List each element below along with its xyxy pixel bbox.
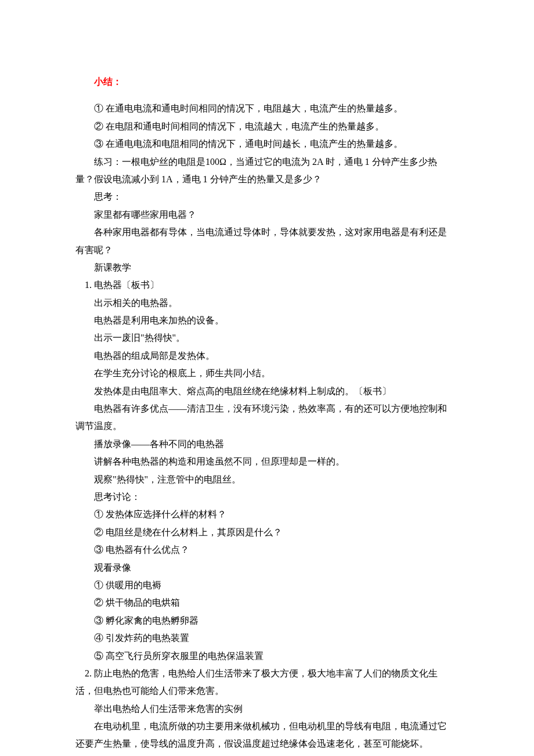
exercise-line-2: 量？假设电流减小到 1A，通电 1 分钟产生的热量又是多少？	[75, 171, 459, 188]
think-q2a: 各种家用电器都有导体，当电流通过导体时，导体就要发热，这对家用电器是有利还是	[75, 224, 459, 241]
prevent-line-1: 举出电热给人们生活带来危害的实例	[75, 700, 459, 718]
watch-item-4: ④ 引发炸药的电热装置	[75, 629, 459, 647]
heater-line-4: 电热器的组成局部是发热体。	[75, 347, 459, 365]
heater-line-3: 出示一废旧"热得快"。	[75, 329, 459, 347]
heater-adv-2: 调节温度。	[75, 417, 459, 435]
heater-line-6: 发热体是由电阻率大、熔点高的电阻丝绕在绝缘材料上制成的。〔板书〕	[75, 383, 459, 400]
discuss-item-3: ③ 电热器有什么优点？	[75, 541, 459, 559]
watch-item-3: ③ 孵化家禽的电热孵卵器	[75, 612, 459, 629]
think-label: 思考：	[75, 188, 459, 206]
think-q2b: 有害呢？	[75, 242, 459, 259]
discuss-label: 思考讨论：	[75, 488, 459, 506]
explain-line: 讲解各种电热器的构造和用途虽然不同，但原理却是一样的。	[75, 453, 459, 470]
prevent-title-2: 活，但电热也可能给人们带来危害。	[75, 682, 459, 700]
prevent-cont: 还要产生热量，使导线的温度升高，假设温度超过绝缘体会迅速老化，甚至可能烧坏。	[75, 735, 459, 753]
think-q1: 家里都有哪些家用电器？	[75, 206, 459, 224]
heater-line-2: 电热器是利用电来加热的设备。	[75, 312, 459, 329]
prevent-more-1: 师生共议：防止电热危害的措施	[75, 753, 459, 756]
summary-item-2: ② 在电阻和通电时间相同的情况下，电流越大，电流产生的热量越多。	[75, 118, 459, 135]
exercise-line-1: 练习：一根电炉丝的电阻是100Ω，当通过它的电流为 2A 时，通电 1 分钟产生…	[75, 153, 459, 171]
document-page: 小结： ① 在通电电流和通电时间相同的情况下，电阻越大，电流产生的热量越多。 ②…	[0, 0, 534, 756]
heater-adv-1: 电热器有许多优点——清洁卫生，没有环境污染，热效率高，有的还可以方便地控制和	[75, 400, 459, 417]
watch-label: 观看录像	[75, 559, 459, 577]
watch-item-5: ⑤ 高空飞行员所穿衣服里的电热保温装置	[75, 647, 459, 665]
heater-line-1: 出示相关的电热器。	[75, 294, 459, 312]
watch-item-1: ① 供暖用的电褥	[75, 577, 459, 594]
summary-item-3: ③ 在通电电流和电阻相同的情况下，通电时间越长，电流产生的热量越多。	[75, 135, 459, 153]
summary-title: 小结：	[75, 73, 459, 91]
new-class-label: 新课教学	[75, 259, 459, 276]
heater-title: 1. 电热器〔板书〕	[75, 276, 459, 294]
watch-item-2: ② 烘干物品的电烘箱	[75, 594, 459, 611]
heater-line-5: 在学生充分讨论的根底上，师生共同小结。	[75, 365, 459, 382]
discuss-item-1: ① 发热体应选择什么样的材料？	[75, 506, 459, 523]
observe-line: 观察"热得快"，注意管中的电阻丝。	[75, 471, 459, 488]
summary-item-1: ① 在通电电流和通电时间相同的情况下，电阻越大，电流产生的热量越多。	[75, 100, 459, 117]
video-line: 播放录像——各种不同的电热器	[75, 435, 459, 453]
prevent-line-2: 在电动机里，电流所做的功主要用来做机械功，但电动机里的导线有电阻，电流通过它	[75, 718, 459, 735]
prevent-title-1: 2. 防止电热的危害，电热给人们生活带来了极大方便，极大地丰富了人们的物质文化生	[75, 665, 459, 682]
discuss-item-2: ② 电阻丝是绕在什么材料上，其原因是什么？	[75, 524, 459, 541]
